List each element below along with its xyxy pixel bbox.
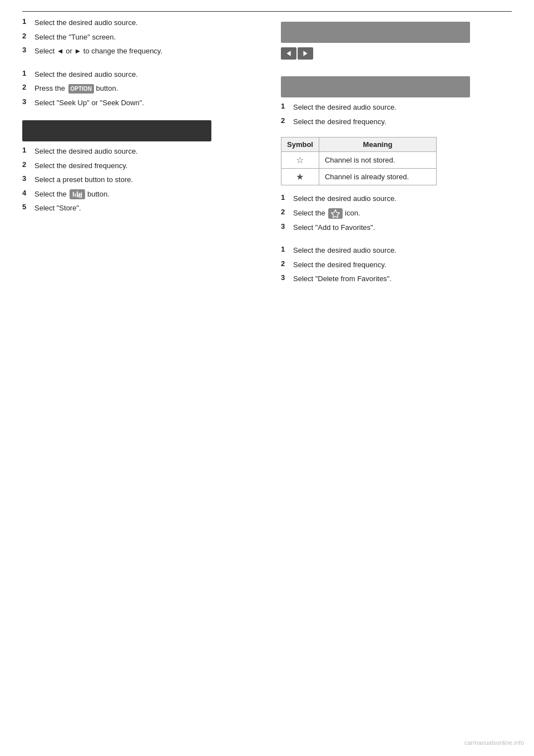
item-number: 1 (281, 245, 291, 256)
screen-bar-storing (22, 120, 211, 141)
list-item: 1 Select the desired audio source. (281, 102, 512, 113)
item-number: 3 (22, 97, 32, 109)
svg-marker-9 (332, 209, 340, 217)
svg-marker-8 (303, 51, 307, 56)
table-header-meaning: Meaning (319, 138, 436, 152)
arrow-left-btn[interactable] (281, 47, 296, 60)
item-number: 5 (22, 203, 32, 214)
item-text: Select "Add to Favorites". (293, 222, 375, 233)
list-item: 2 Press the OPTION button. (22, 83, 253, 94)
svg-line-6 (81, 197, 82, 198)
item-text: Select the icon. (293, 208, 360, 219)
list-item: 2 Select the desired frequency. (281, 259, 512, 271)
item-text: Select the desired audio source. (34, 69, 138, 80)
main-content: 1 Select the desired audio source. 2 Sel… (0, 17, 534, 294)
list-item: 2 Select the desired frequency. (22, 160, 253, 171)
arrow-right-icon (302, 50, 309, 57)
item-text: Select the desired frequency. (293, 116, 386, 127)
item-number: 1 (22, 146, 32, 157)
eq-symbol (72, 190, 82, 198)
list-item: 3 Select ◄ or ► to change the frequency. (22, 46, 253, 57)
list-item: 2 Select the "Tune" screen. (22, 32, 253, 43)
item-text: Select the desired frequency. (34, 160, 127, 171)
meaning-cell: Channel is already stored. (319, 169, 436, 185)
item-text: Press the OPTION button. (34, 83, 118, 94)
eq-icon (70, 189, 85, 199)
section-storing: 1 Select the desired audio source. 2 Sel… (22, 120, 253, 214)
list-item: 3 Select "Add to Favorites". (281, 222, 512, 233)
top-rule (22, 11, 512, 12)
item-number: 3 (22, 174, 32, 185)
list-item: 1 Select the desired audio source. (22, 69, 253, 80)
item-number: 4 (22, 189, 32, 200)
item-number: 2 (281, 208, 291, 219)
item-text: Select "Delete from Favorites". (293, 273, 392, 284)
symbol-cell: ★ (281, 169, 319, 185)
item-number: 1 (22, 17, 32, 28)
meaning-cell: Channel is not stored. (319, 152, 436, 169)
list-item: 4 Select the (22, 189, 253, 200)
svg-rect-1 (75, 193, 76, 197)
arrow-left-icon (285, 50, 292, 57)
empty-star-icon: ☆ (296, 155, 304, 165)
item-number: 1 (281, 193, 291, 204)
item-number: 3 (22, 46, 32, 57)
section-favorites: 1 Select the desired audio source. 2 Sel… (281, 76, 512, 127)
item-text: Select a preset button to store. (34, 174, 133, 185)
list-item: 1 Select the desired audio source. (281, 245, 512, 256)
table-header-symbol: Symbol (281, 138, 319, 152)
item-number: 3 (281, 273, 291, 284)
item-text: Select ◄ or ► to change the frequency. (34, 46, 162, 57)
filled-star-icon: ★ (296, 171, 304, 182)
item-text: Select the desired frequency. (293, 259, 386, 271)
item-number: 1 (22, 69, 32, 80)
item-number: 2 (22, 32, 32, 43)
list-item: 5 Select "Store". (22, 203, 253, 214)
left-column: 1 Select the desired audio source. 2 Sel… (22, 17, 259, 294)
list-item: 2 Select the desired frequency. (281, 116, 512, 127)
svg-rect-0 (73, 192, 74, 197)
section-tuning: 1 Select the desired audio source. 2 Sel… (22, 17, 253, 57)
item-text: Select the (34, 189, 110, 200)
table-row: ☆ Channel is not stored. (281, 152, 437, 169)
watermark: carmanualsonline.info (464, 739, 524, 746)
section-favorites-continued: 1 Select the desired audio source. 2 Sel… (281, 193, 512, 233)
list-item: 1 Select the desired audio source. (22, 146, 253, 157)
screen-bar-top (281, 22, 470, 43)
item-number: 2 (22, 160, 32, 171)
list-item: 3 Select a preset button to store. (22, 174, 253, 185)
item-text: Select the "Tune" screen. (34, 32, 116, 43)
svg-rect-2 (77, 192, 78, 198)
item-number: 1 (281, 102, 291, 113)
item-number: 2 (281, 116, 291, 127)
item-text: Select the desired audio source. (293, 193, 397, 204)
screen-bar-mid (281, 76, 470, 97)
list-item: 1 Select the desired audio source. (22, 17, 253, 28)
item-text: Select the desired audio source. (34, 146, 138, 157)
star-symbol (331, 209, 340, 218)
list-item: 3 Select "Delete from Favorites". (281, 273, 512, 284)
symbol-cell: ☆ (281, 152, 319, 169)
arrow-right-btn[interactable] (298, 47, 313, 60)
list-item: 3 Select "Seek Up" or "Seek Down". (22, 97, 253, 109)
item-text: Select "Seek Up" or "Seek Down". (34, 97, 144, 109)
item-text: Select "Store". (34, 203, 81, 214)
list-item: 2 Select the icon. (281, 208, 512, 219)
star-icon-badge (328, 208, 343, 219)
section-seeking: 1 Select the desired audio source. 2 Pre… (22, 69, 253, 109)
symbol-table: Symbol Meaning ☆ Channel is not stored. (281, 137, 437, 185)
item-number: 2 (22, 83, 32, 94)
item-text: Select the desired audio source. (34, 17, 138, 28)
list-item: 1 Select the desired audio source. (281, 193, 512, 204)
svg-marker-7 (286, 51, 290, 56)
right-column: 1 Select the desired audio source. 2 Sel… (275, 17, 512, 294)
item-text: Select the desired audio source. (293, 102, 397, 113)
item-text: Select the desired audio source. (293, 245, 397, 256)
item-number: 3 (281, 222, 291, 233)
section-delete-favorites: 1 Select the desired audio source. 2 Sel… (281, 245, 512, 284)
option-badge: OPTION (68, 84, 94, 94)
item-number: 2 (281, 259, 291, 271)
page-container: 1 Select the desired audio source. 2 Sel… (0, 0, 534, 756)
table-row: ★ Channel is already stored. (281, 169, 437, 185)
nav-arrows (281, 47, 512, 60)
